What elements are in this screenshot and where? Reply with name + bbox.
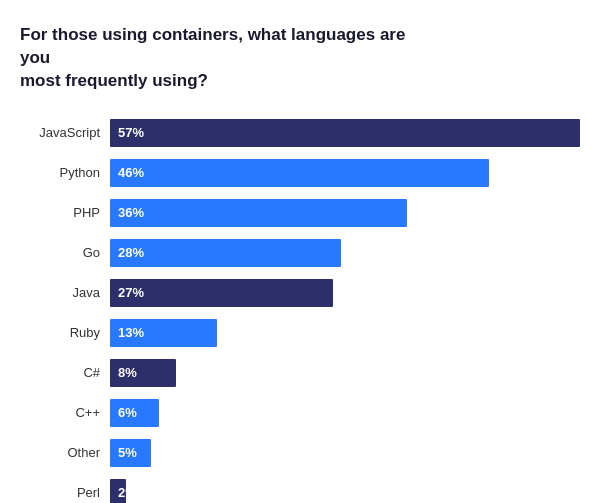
bar-label: Perl: [20, 485, 110, 500]
bar-label: Java: [20, 285, 110, 300]
bar-fill: 6%: [110, 399, 159, 427]
bar-value: 28%: [118, 245, 144, 260]
bar-fill: 5%: [110, 439, 151, 467]
bar-track: 6%: [110, 395, 585, 431]
bar-fill: 46%: [110, 159, 489, 187]
bar-row: Other5%: [20, 435, 585, 471]
bar-value: 2%: [118, 485, 137, 500]
bar-track: 13%: [110, 315, 585, 351]
bar-track: 57%: [110, 115, 585, 151]
bar-row: C#8%: [20, 355, 585, 391]
bar-fill: 2%: [110, 479, 126, 503]
bar-label: Other: [20, 445, 110, 460]
bar-label: Ruby: [20, 325, 110, 340]
bar-row: PHP36%: [20, 195, 585, 231]
bar-fill: 57%: [110, 119, 580, 147]
bar-fill: 8%: [110, 359, 176, 387]
bar-label: PHP: [20, 205, 110, 220]
bar-track: 36%: [110, 195, 585, 231]
bar-label: C#: [20, 365, 110, 380]
bar-row: C++6%: [20, 395, 585, 431]
bar-track: 27%: [110, 275, 585, 311]
bar-fill: 27%: [110, 279, 333, 307]
bar-track: 46%: [110, 155, 585, 191]
bar-label: Go: [20, 245, 110, 260]
bar-track: 8%: [110, 355, 585, 391]
bar-label: Python: [20, 165, 110, 180]
bar-value: 27%: [118, 285, 144, 300]
bar-row: Ruby13%: [20, 315, 585, 351]
bar-row: Python46%: [20, 155, 585, 191]
bar-fill: 13%: [110, 319, 217, 347]
bar-value: 6%: [118, 405, 137, 420]
bar-chart: JavaScript57%Python46%PHP36%Go28%Java27%…: [20, 115, 585, 503]
bar-row: Go28%: [20, 235, 585, 271]
bar-row: Perl2%: [20, 475, 585, 503]
bar-value: 36%: [118, 205, 144, 220]
chart-title: For those using containers, what languag…: [20, 24, 440, 93]
bar-track: 2%: [110, 475, 585, 503]
bar-value: 5%: [118, 445, 137, 460]
bar-row: JavaScript57%: [20, 115, 585, 151]
bar-fill: 28%: [110, 239, 341, 267]
bar-value: 13%: [118, 325, 144, 340]
bar-track: 28%: [110, 235, 585, 271]
bar-value: 8%: [118, 365, 137, 380]
bar-fill: 36%: [110, 199, 407, 227]
bar-value: 46%: [118, 165, 144, 180]
bar-track: 5%: [110, 435, 585, 471]
bar-value: 57%: [118, 125, 144, 140]
bar-row: Java27%: [20, 275, 585, 311]
bar-label: JavaScript: [20, 125, 110, 140]
bar-label: C++: [20, 405, 110, 420]
